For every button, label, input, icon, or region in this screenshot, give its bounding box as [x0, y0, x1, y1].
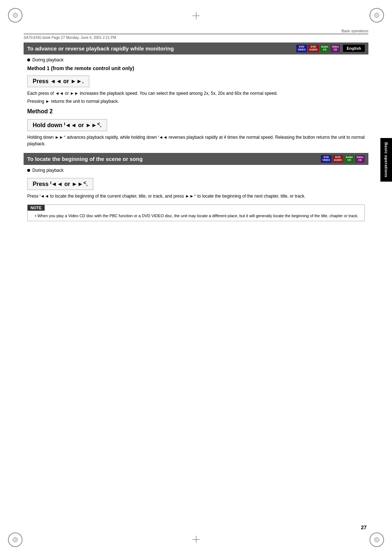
section1-title: To advance or reverse playback rapidly w…	[27, 45, 174, 52]
page: Basic operations SA70-ENG.book Page 27 M…	[0, 0, 392, 555]
section2-press-box: Press ᑊ◄◄ or ►►ᑉ.	[27, 178, 93, 190]
page-number: 27	[361, 524, 367, 530]
corner-decoration-tl	[8, 8, 23, 23]
bullet-icon-2	[27, 169, 30, 172]
note-list-item: When you play a Video CD disc with the P…	[35, 213, 361, 219]
corner-decoration-br	[369, 532, 384, 547]
method2-press-box: Hold down ᑊ◄◄ or ►►ᑉ.	[27, 119, 107, 131]
section2-header: To locate the beginning of the scene or …	[24, 153, 368, 165]
header-section-label: Basic operations	[342, 29, 368, 33]
section2-title: To locate the beginning of the scene or …	[27, 156, 143, 162]
bullet-icon-1	[27, 58, 30, 61]
file-info: SA70-ENG.book Page 27 Monday, June 4, 20…	[24, 36, 368, 40]
page-header: Basic operations	[24, 29, 368, 34]
method1-press-text: Press ◄◄ or ►►.	[33, 78, 84, 84]
main-content: Basic operations SA70-ENG.book Page 27 M…	[24, 29, 368, 526]
english-badge: English	[343, 45, 365, 52]
section2-desc: Press ᑊ◄◄ to locate the beginning of the…	[27, 193, 365, 199]
method2-press-text: Hold down ᑊ◄◄ or ►►ᑉ.	[33, 122, 102, 128]
method1-press-box: Press ◄◄ or ►►.	[27, 76, 89, 87]
method1-heading: Method 1 (from the remote control unit o…	[27, 65, 365, 71]
section1-badges: DVDVIDEO DVDAUDIO AudioCD VideoCD Englis…	[296, 45, 365, 52]
section2-during-playback: During playback	[27, 168, 365, 173]
badge-video-cd-2: VideoCD	[355, 155, 365, 163]
badge-dvd-audio-1: DVDAUDIO	[308, 45, 319, 52]
section1-content: During playback Method 1 (from the remot…	[24, 57, 368, 147]
badge-video-cd-1: VideoCD	[330, 45, 340, 52]
sidebar-tab-container: Basic operations	[380, 138, 392, 182]
note-content: When you play a Video CD disc with the P…	[28, 211, 364, 221]
bottom-crosshair	[192, 536, 200, 543]
section2-content: During playback Press ᑊ◄◄ or ►►ᑉ. Press …	[24, 168, 368, 222]
method2-heading: Method 2	[27, 108, 365, 115]
method1-desc2: Pressing ► returns the unit to normal pl…	[27, 98, 365, 105]
note-box: NOTE When you play a Video CD disc with …	[27, 204, 365, 222]
note-title: NOTE	[28, 205, 45, 211]
badge-audio-cd-2: AudioCD	[344, 155, 354, 163]
badge-audio-cd-1: AudioCD	[320, 45, 330, 52]
badge-dvd-audio-2: DVDAUDIO	[332, 155, 344, 163]
section2-badges: DVDVIDEO DVDAUDIO AudioCD VideoCD	[321, 155, 365, 163]
badge-dvd-video-1: DVDVIDEO	[296, 45, 307, 52]
section1-header: To advance or reverse playback rapidly w…	[24, 42, 368, 54]
section1-during-playback: During playback	[27, 57, 365, 62]
method1-desc1: Each press of ◄◄ or ►► increases the pla…	[27, 90, 365, 97]
badge-dvd-video-2: DVDVIDEO	[321, 155, 332, 163]
top-crosshair	[192, 12, 200, 19]
corner-decoration-bl	[8, 532, 23, 547]
method2-desc1: Holding down ►►ᑉ advances playback rapid…	[27, 134, 365, 147]
section2-press-text: Press ᑊ◄◄ or ►►ᑉ.	[33, 181, 88, 187]
sidebar-tab-label: Basic operations	[384, 142, 388, 178]
corner-decoration-tr	[369, 8, 384, 23]
